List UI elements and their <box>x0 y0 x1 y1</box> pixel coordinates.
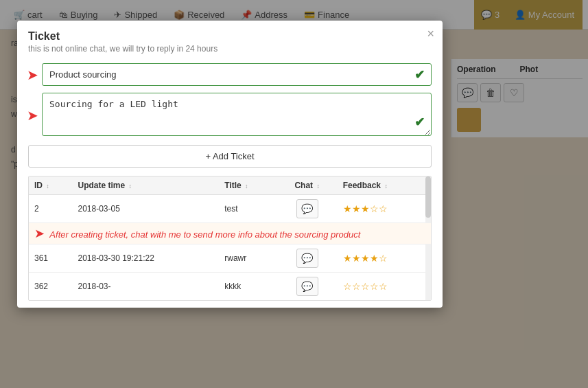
message-arrow: ➤ <box>27 107 38 124</box>
modal-body: ➤ ✔ ➤ ✔ + Add Ticket ID ↕ <box>17 56 443 308</box>
cell-title: rwawr <box>219 244 277 273</box>
modal-close-button[interactable]: × <box>427 27 434 40</box>
message-textarea[interactable] <box>42 93 432 136</box>
table-row: 361 2018-03-30 19:21:22 rwawr 💬 ★★★★☆ <box>29 244 431 273</box>
cell-chat: 💬 <box>277 273 338 301</box>
cell-feedback: ☆☆☆☆☆ <box>338 273 431 301</box>
scroll-thumb[interactable] <box>425 176 431 218</box>
cell-update-time: 2018-03-05 <box>72 195 219 223</box>
cell-feedback: ★★★☆☆ <box>338 195 431 223</box>
modal-title: Ticket <box>28 30 432 43</box>
table-row: 2 2018-03-05 test 💬 ★★★☆☆ <box>29 195 431 223</box>
annotation-row: ➤ After creating ticket, chat with me to… <box>29 223 431 244</box>
cell-chat: 💬 <box>277 244 338 273</box>
col-id: ID ↕ <box>29 176 72 195</box>
sort-id-icon[interactable]: ↕ <box>46 183 49 190</box>
col-title: Title ↕ <box>219 176 277 195</box>
add-ticket-button[interactable]: + Add Ticket <box>28 145 432 168</box>
chat-button[interactable]: 💬 <box>296 199 318 218</box>
cell-chat: 💬 <box>277 195 338 223</box>
chat-button[interactable]: 💬 <box>296 249 318 268</box>
subject-input[interactable] <box>42 63 432 86</box>
feedback-stars: ★★★★☆ <box>343 253 388 264</box>
cell-title: test <box>219 195 277 223</box>
table-row: 362 2018-03- kkkk 💬 ☆☆☆☆☆ <box>29 273 431 301</box>
cell-title: kkkk <box>219 273 277 301</box>
cell-update-time: 2018-03-30 19:21:22 <box>72 244 219 273</box>
table-header-row: ID ↕ Update time ↕ Title ↕ Chat <box>29 176 431 195</box>
tickets-table: ID ↕ Update time ↕ Title ↕ Chat <box>29 176 431 300</box>
message-field-group: ➤ ✔ <box>42 93 432 138</box>
subject-check-icon: ✔ <box>414 67 425 82</box>
modal-header: Ticket this is not online chat, we will … <box>17 21 443 56</box>
subject-arrow: ➤ <box>27 67 38 83</box>
sort-time-icon[interactable]: ↕ <box>129 183 132 190</box>
cell-update-time: 2018-03- <box>72 273 219 301</box>
feedback-stars: ★★★☆☆ <box>343 203 388 214</box>
col-chat: Chat ↕ <box>277 176 338 195</box>
feedback-stars: ☆☆☆☆☆ <box>343 281 388 292</box>
col-feedback: Feedback ↕ <box>338 176 431 195</box>
col-update-time: Update time ↕ <box>72 176 219 195</box>
sort-title-icon[interactable]: ↕ <box>245 183 248 190</box>
chat-button[interactable]: 💬 <box>296 277 318 296</box>
subject-field-group: ➤ ✔ <box>42 63 432 86</box>
message-check-icon: ✔ <box>414 115 425 130</box>
cell-feedback: ★★★★☆ <box>338 244 431 273</box>
tickets-table-wrapper: ID ↕ Update time ↕ Title ↕ Chat <box>28 176 432 301</box>
cell-id: 362 <box>29 273 72 301</box>
annotation-text: After creating ticket, chat with me to s… <box>49 229 360 240</box>
cell-id: 361 <box>29 244 72 273</box>
sort-chat-icon[interactable]: ↕ <box>316 183 320 190</box>
annotation-arrow-icon: ➤ <box>34 226 45 241</box>
sort-feedback-icon[interactable]: ↕ <box>384 183 388 190</box>
modal-subtitle: this is not online chat, we will try to … <box>28 44 432 54</box>
ticket-modal: Ticket this is not online chat, we will … <box>17 21 443 308</box>
cell-id: 2 <box>29 195 72 223</box>
